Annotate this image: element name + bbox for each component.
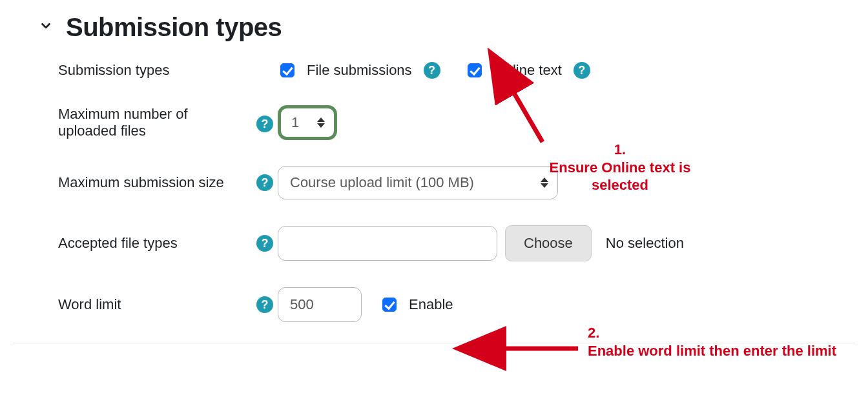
label-file-submissions: File submissions (307, 62, 412, 79)
input-accepted-types[interactable] (278, 226, 497, 261)
chevron-down-icon (39, 19, 53, 37)
help-icon[interactable]: ? (574, 62, 590, 79)
section-title: Submission types (66, 13, 282, 42)
checkbox-online-text[interactable] (468, 63, 482, 77)
help-icon[interactable]: ? (256, 116, 273, 132)
choose-button[interactable]: Choose (505, 225, 592, 261)
select-caret-icon (317, 117, 325, 128)
label-word-limit: Word limit (58, 296, 121, 313)
accepted-types-status: No selection (606, 235, 684, 252)
select-max-files[interactable]: 1 (278, 105, 337, 140)
checkbox-file-submissions[interactable] (280, 63, 294, 77)
label-max-files: Maximum number of uploaded files (58, 106, 226, 139)
help-icon[interactable]: ? (256, 235, 273, 252)
select-max-files-value: 1 (291, 114, 299, 130)
label-accepted-types: Accepted file types (58, 235, 178, 252)
label-submission-types: Submission types (58, 62, 169, 79)
label-enable: Enable (409, 296, 453, 313)
label-max-size: Maximum submission size (58, 174, 224, 191)
checkbox-enable-word-limit[interactable] (382, 298, 397, 312)
label-online-text: Online text (494, 62, 562, 79)
annotation-1: 1. Ensure Online text is selected (536, 141, 704, 194)
help-icon[interactable]: ? (256, 174, 273, 191)
annotation-2: 2. Enable word limit then enter the limi… (588, 324, 846, 360)
section-toggle[interactable]: Submission types (39, 13, 829, 42)
help-icon[interactable]: ? (424, 62, 440, 79)
select-max-size-value: Course upload limit (100 MB) (290, 174, 474, 190)
input-word-limit[interactable] (278, 287, 362, 322)
help-icon[interactable]: ? (256, 296, 273, 313)
select-max-size[interactable]: Course upload limit (100 MB) (278, 166, 558, 199)
